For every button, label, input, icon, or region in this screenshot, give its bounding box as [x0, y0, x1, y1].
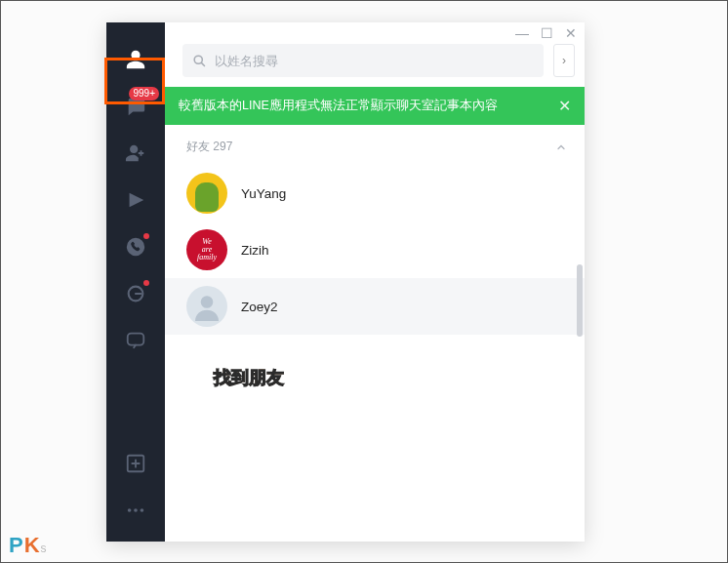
wm-k: K — [24, 533, 41, 557]
chats-badge: 999+ — [129, 87, 159, 101]
main-panel: — ☐ ✕ › 較舊版本的LINE應用程式無法正常顯示聊天室記事本內容 ✕ 好友… — [165, 22, 585, 542]
sidebar-calls[interactable] — [106, 223, 165, 270]
play-icon — [125, 189, 146, 211]
wm-p: P — [9, 533, 24, 557]
search-wrap[interactable] — [182, 44, 544, 77]
notice-close-button[interactable]: ✕ — [558, 97, 571, 115]
avatar — [186, 173, 227, 214]
notification-dot — [143, 280, 149, 286]
friend-list: YuYang Wearefamily Zizih Zoey2 — [165, 165, 585, 542]
svg-rect-1 — [128, 334, 144, 345]
friends-count-label: 好友 297 — [186, 139, 232, 155]
sidebar-line[interactable] — [106, 317, 165, 364]
minimize-button[interactable]: — — [515, 25, 529, 41]
sidebar-voom[interactable] — [106, 177, 165, 223]
friend-row[interactable]: Zoey2 — [165, 278, 585, 335]
wm-tail: s — [41, 542, 48, 555]
person-icon — [125, 49, 146, 70]
add-square-icon — [125, 453, 146, 474]
close-button[interactable]: ✕ — [565, 25, 577, 41]
phone-icon — [125, 236, 146, 258]
open-icon — [125, 283, 146, 304]
avatar — [186, 286, 227, 327]
svg-point-7 — [201, 296, 214, 308]
friends-section-header[interactable]: 好友 297 — [165, 125, 585, 165]
app-window: 999+ — ☐ ✕ — [106, 22, 585, 542]
friend-name: YuYang — [241, 186, 286, 201]
notice-text: 較舊版本的LINE應用程式無法正常顯示聊天室記事本內容 — [179, 98, 498, 114]
titlebar: — ☐ ✕ — [165, 22, 585, 44]
sidebar-more[interactable] — [106, 487, 165, 534]
friend-row[interactable]: Wearefamily Zizih — [165, 221, 585, 278]
search-bar: › — [165, 44, 585, 87]
notification-dot — [143, 233, 149, 239]
svg-point-3 — [128, 508, 132, 512]
more-icon — [125, 500, 146, 521]
line-logo-icon — [125, 330, 146, 351]
notice-banner: 較舊版本的LINE應用程式無法正常顯示聊天室記事本內容 ✕ — [165, 87, 585, 125]
chevron-up-icon — [555, 141, 567, 153]
sidebar: 999+ — [106, 22, 165, 542]
scrollbar-thumb[interactable] — [577, 264, 583, 337]
sidebar-add-screen[interactable] — [106, 440, 165, 487]
person-plus-icon — [125, 142, 146, 164]
avatar: Wearefamily — [186, 229, 227, 270]
sidebar-add-friend[interactable] — [106, 130, 165, 177]
watermark: PKs — [9, 533, 48, 558]
sidebar-friends[interactable] — [106, 36, 165, 83]
friend-name: Zoey2 — [241, 300, 278, 314]
friend-name: Zizih — [241, 243, 269, 258]
search-expand-button[interactable]: › — [553, 44, 575, 77]
svg-point-5 — [141, 508, 144, 512]
sidebar-chats[interactable]: 999+ — [106, 83, 165, 130]
friend-row[interactable]: YuYang — [165, 165, 585, 221]
search-input[interactable] — [215, 54, 534, 68]
svg-point-4 — [134, 508, 138, 512]
sidebar-openchat[interactable] — [106, 270, 165, 317]
maximize-button[interactable]: ☐ — [541, 25, 553, 41]
search-icon — [192, 54, 207, 68]
